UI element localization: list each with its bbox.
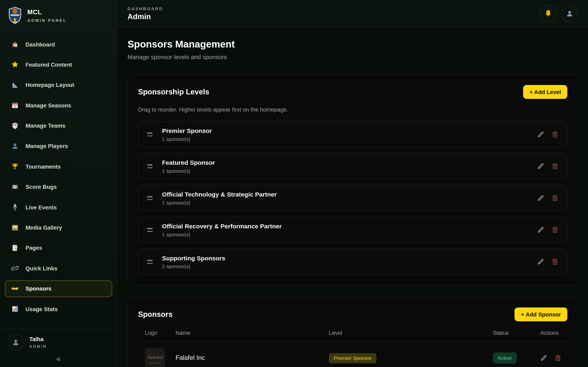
add-sponsor-button[interactable]: + Add Sponsor — [515, 308, 567, 321]
edit-level-button[interactable] — [537, 163, 544, 170]
trash-icon — [552, 195, 558, 201]
breadcrumb: DASHBOARD — [127, 6, 163, 11]
edit-level-button[interactable] — [537, 226, 544, 233]
sidebar-item-dashboard[interactable]: Dashboard — [5, 36, 112, 52]
level-row-recovery-partner: Official Recovery & Performance Partner … — [138, 217, 567, 243]
trophy-icon — [11, 162, 19, 170]
level-texts: Official Recovery & Performance Partner … — [162, 223, 282, 237]
sidebar-item-usage-stats[interactable]: Usage Stats — [5, 301, 112, 317]
edit-sponsor-button[interactable] — [540, 355, 547, 361]
sidebar-item-homepage-layout[interactable]: Homepage Layout — [5, 77, 112, 93]
sidebar-item-label: Quick Links — [26, 265, 57, 271]
level-row-technology-partner: Official Technology & Strategic Partner … — [138, 185, 567, 211]
svg-text:17: 17 — [13, 105, 16, 108]
edit-level-button[interactable] — [537, 131, 544, 138]
sidebar-item-manage-players[interactable]: Manage Players — [5, 138, 112, 154]
sponsors-table-header: Logo Name Level Status Actions — [138, 329, 567, 342]
sidebar-item-pages[interactable]: Pages — [5, 240, 112, 256]
level-texts: Official Technology & Strategic Partner … — [162, 191, 277, 206]
sponsor-status-cell: Active — [493, 352, 540, 364]
sidebar-item-live-events[interactable]: Live Events — [5, 199, 112, 216]
delete-level-button[interactable] — [552, 258, 558, 265]
sidebar-item-label: Usage Stats — [26, 306, 58, 312]
sponsor-logo-image: ✦ ✦ ✦ Falafel Eat For Good — [145, 348, 165, 367]
app-window: MCL ADMIN PANEL Dashboard — [0, 0, 588, 367]
sidebar-item-manage-teams[interactable]: Manage Teams — [5, 117, 112, 134]
sidebar-collapse-button[interactable]: « — [56, 355, 61, 363]
level-actions — [537, 258, 558, 265]
add-level-button[interactable]: + Add Level — [523, 85, 567, 99]
house-icon — [11, 40, 19, 48]
sponsor-status-badge: Active — [493, 352, 517, 364]
main-content: Sponsors Management Manage sponsor level… — [117, 27, 588, 367]
level-count: 1 sponsor(s) — [162, 232, 282, 237]
sidebar-item-label: Score Bugs — [26, 184, 57, 190]
column-header-actions: Actions — [540, 329, 561, 336]
drag-handle-icon[interactable] — [147, 228, 153, 232]
topbar-heading: DASHBOARD Admin — [127, 6, 163, 21]
level-name: Official Recovery & Performance Partner — [162, 223, 282, 230]
column-header-status: Status — [493, 329, 540, 336]
sidebar-item-label: Live Events — [26, 204, 57, 210]
level-name: Premier Sponsor — [162, 127, 212, 134]
sidebar: MCL ADMIN PANEL Dashboard — [0, 0, 117, 367]
logo-stars: ✦ ✦ ✦ — [150, 352, 160, 354]
pencil-icon — [537, 163, 544, 170]
sidebar-item-sponsors[interactable]: Sponsors — [5, 280, 112, 297]
trash-icon — [552, 226, 558, 233]
edit-level-button[interactable] — [537, 195, 544, 201]
sidebar-collapse-row: « — [0, 350, 117, 367]
level-name: Featured Sponsor — [162, 159, 215, 166]
sidebar-item-tournaments[interactable]: Tournaments — [5, 158, 112, 175]
drag-handle-icon[interactable] — [147, 133, 153, 136]
drag-handle-icon[interactable] — [147, 164, 153, 168]
topbar: DASHBOARD Admin — [117, 0, 588, 27]
edit-level-button[interactable] — [537, 258, 544, 265]
delete-level-button[interactable] — [552, 163, 558, 170]
sidebar-nav: Dashboard Featured Content Homepage Layo… — [0, 31, 117, 329]
pencil-icon — [537, 226, 544, 233]
delete-level-button[interactable] — [552, 195, 558, 201]
calendar-icon: 17 — [11, 101, 19, 109]
bell-icon — [544, 9, 552, 17]
user-role: ADMIN — [29, 344, 47, 349]
level-count: 2 sponsor(s) — [162, 263, 225, 269]
profile-button[interactable] — [562, 5, 578, 22]
bust-icon — [12, 338, 20, 346]
link-icon — [11, 264, 19, 272]
sidebar-item-score-bugs[interactable]: Score Bugs — [5, 179, 112, 195]
sidebar-item-label: Manage Teams — [26, 123, 65, 129]
user-avatar — [8, 334, 24, 350]
level-row-supporting-sponsors: Supporting Sponsors 2 sponsor(s) — [138, 249, 567, 275]
sidebar-item-label: Sponsors — [26, 285, 52, 292]
sidebar-item-manage-seasons[interactable]: 17 Manage Seasons — [5, 97, 112, 114]
column-header-level: Level — [329, 329, 493, 336]
sponsors-card-title: Sponsors — [138, 310, 173, 319]
drag-handle-icon[interactable] — [147, 260, 153, 264]
sponsor-row-falafel-inc: ✦ ✦ ✦ Falafel Eat For Good Falafel Inc P… — [138, 342, 567, 367]
user-name: Talha — [29, 336, 47, 342]
sidebar-item-label: Dashboard — [26, 41, 55, 47]
level-row-featured-sponsor: Featured Sponsor 1 sponsor(s) — [138, 153, 567, 179]
league-shield-logo — [8, 6, 22, 24]
sidebar-item-media-gallery[interactable]: Media Gallery — [5, 219, 112, 236]
delete-sponsor-button[interactable] — [555, 355, 562, 361]
sidebar-item-label: Featured Content — [26, 61, 72, 68]
level-count: 1 sponsor(s) — [162, 168, 215, 174]
level-row-premier-sponsor: Premier Sponsor 1 sponsor(s) — [138, 121, 567, 148]
framed-picture-icon — [11, 224, 19, 232]
level-texts: Premier Sponsor 1 sponsor(s) — [162, 127, 212, 142]
sidebar-item-label: Manage Seasons — [26, 102, 71, 108]
brand: MCL ADMIN PANEL — [0, 0, 117, 31]
delete-level-button[interactable] — [552, 226, 558, 233]
brand-text: MCL ADMIN PANEL — [27, 8, 67, 22]
delete-level-button[interactable] — [552, 131, 558, 138]
column-header-name: Name — [176, 329, 329, 336]
triangle-ruler-icon — [11, 81, 19, 89]
drag-handle-icon[interactable] — [147, 196, 153, 200]
person-icon — [11, 142, 19, 150]
notifications-button[interactable] — [540, 5, 557, 22]
sidebar-item-featured-content[interactable]: Featured Content — [5, 56, 112, 73]
content-column: DASHBOARD Admin — [117, 0, 588, 367]
sidebar-item-quick-links[interactable]: Quick Links — [5, 260, 112, 276]
